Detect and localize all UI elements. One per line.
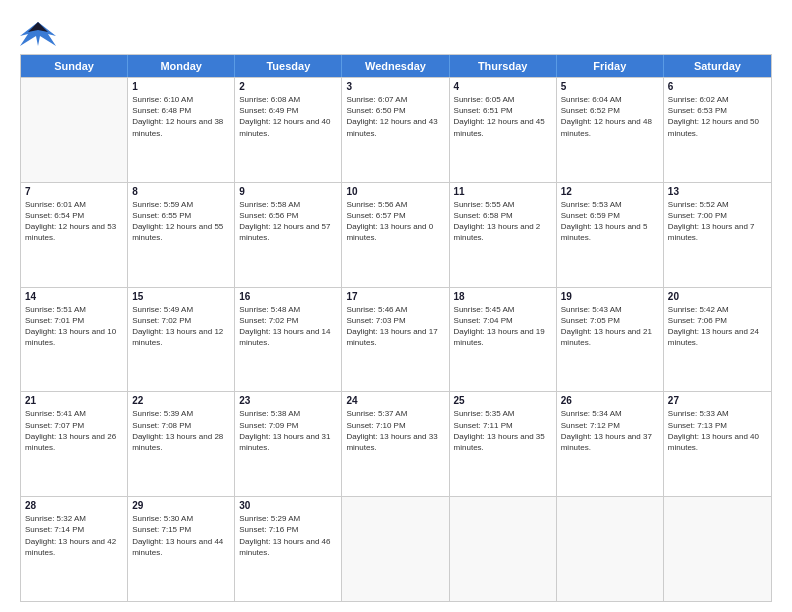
cal-cell-0-0 xyxy=(21,78,128,182)
cal-cell-0-4: 4Sunrise: 6:05 AMSunset: 6:51 PMDaylight… xyxy=(450,78,557,182)
day-number: 9 xyxy=(239,186,337,197)
week-row-1: 1Sunrise: 6:10 AMSunset: 6:48 PMDaylight… xyxy=(21,77,771,182)
cal-cell-4-4 xyxy=(450,497,557,601)
day-number: 23 xyxy=(239,395,337,406)
day-number: 6 xyxy=(668,81,767,92)
cal-cell-3-1: 22Sunrise: 5:39 AMSunset: 7:08 PMDayligh… xyxy=(128,392,235,496)
day-number: 13 xyxy=(668,186,767,197)
day-number: 4 xyxy=(454,81,552,92)
calendar: Sunday Monday Tuesday Wednesday Thursday… xyxy=(20,54,772,602)
day-number: 19 xyxy=(561,291,659,302)
sun-info: Sunrise: 5:33 AMSunset: 7:13 PMDaylight:… xyxy=(668,408,767,453)
header-friday: Friday xyxy=(557,55,664,77)
day-number: 22 xyxy=(132,395,230,406)
header xyxy=(20,18,772,46)
day-number: 12 xyxy=(561,186,659,197)
header-thursday: Thursday xyxy=(450,55,557,77)
day-number: 5 xyxy=(561,81,659,92)
day-number: 15 xyxy=(132,291,230,302)
day-number: 20 xyxy=(668,291,767,302)
cal-cell-2-5: 19Sunrise: 5:43 AMSunset: 7:05 PMDayligh… xyxy=(557,288,664,392)
day-number: 1 xyxy=(132,81,230,92)
sun-info: Sunrise: 5:49 AMSunset: 7:02 PMDaylight:… xyxy=(132,304,230,349)
sun-info: Sunrise: 5:41 AMSunset: 7:07 PMDaylight:… xyxy=(25,408,123,453)
header-sunday: Sunday xyxy=(21,55,128,77)
sun-info: Sunrise: 5:51 AMSunset: 7:01 PMDaylight:… xyxy=(25,304,123,349)
sun-info: Sunrise: 6:04 AMSunset: 6:52 PMDaylight:… xyxy=(561,94,659,139)
week-row-2: 7Sunrise: 6:01 AMSunset: 6:54 PMDaylight… xyxy=(21,182,771,287)
cal-cell-2-4: 18Sunrise: 5:45 AMSunset: 7:04 PMDayligh… xyxy=(450,288,557,392)
cal-cell-3-5: 26Sunrise: 5:34 AMSunset: 7:12 PMDayligh… xyxy=(557,392,664,496)
calendar-header: Sunday Monday Tuesday Wednesday Thursday… xyxy=(21,55,771,77)
sun-info: Sunrise: 6:05 AMSunset: 6:51 PMDaylight:… xyxy=(454,94,552,139)
cal-cell-4-0: 28Sunrise: 5:32 AMSunset: 7:14 PMDayligh… xyxy=(21,497,128,601)
sun-info: Sunrise: 5:42 AMSunset: 7:06 PMDaylight:… xyxy=(668,304,767,349)
sun-info: Sunrise: 6:02 AMSunset: 6:53 PMDaylight:… xyxy=(668,94,767,139)
sun-info: Sunrise: 6:10 AMSunset: 6:48 PMDaylight:… xyxy=(132,94,230,139)
cal-cell-1-6: 13Sunrise: 5:52 AMSunset: 7:00 PMDayligh… xyxy=(664,183,771,287)
cal-cell-2-3: 17Sunrise: 5:46 AMSunset: 7:03 PMDayligh… xyxy=(342,288,449,392)
sun-info: Sunrise: 5:46 AMSunset: 7:03 PMDaylight:… xyxy=(346,304,444,349)
cal-cell-2-1: 15Sunrise: 5:49 AMSunset: 7:02 PMDayligh… xyxy=(128,288,235,392)
day-number: 28 xyxy=(25,500,123,511)
week-row-3: 14Sunrise: 5:51 AMSunset: 7:01 PMDayligh… xyxy=(21,287,771,392)
day-number: 27 xyxy=(668,395,767,406)
sun-info: Sunrise: 5:38 AMSunset: 7:09 PMDaylight:… xyxy=(239,408,337,453)
cal-cell-4-1: 29Sunrise: 5:30 AMSunset: 7:15 PMDayligh… xyxy=(128,497,235,601)
sun-info: Sunrise: 5:37 AMSunset: 7:10 PMDaylight:… xyxy=(346,408,444,453)
day-number: 16 xyxy=(239,291,337,302)
calendar-body: 1Sunrise: 6:10 AMSunset: 6:48 PMDaylight… xyxy=(21,77,771,601)
sun-info: Sunrise: 5:39 AMSunset: 7:08 PMDaylight:… xyxy=(132,408,230,453)
sun-info: Sunrise: 5:35 AMSunset: 7:11 PMDaylight:… xyxy=(454,408,552,453)
week-row-5: 28Sunrise: 5:32 AMSunset: 7:14 PMDayligh… xyxy=(21,496,771,601)
sun-info: Sunrise: 5:59 AMSunset: 6:55 PMDaylight:… xyxy=(132,199,230,244)
sun-info: Sunrise: 5:53 AMSunset: 6:59 PMDaylight:… xyxy=(561,199,659,244)
sun-info: Sunrise: 5:43 AMSunset: 7:05 PMDaylight:… xyxy=(561,304,659,349)
day-number: 10 xyxy=(346,186,444,197)
cal-cell-4-6 xyxy=(664,497,771,601)
day-number: 3 xyxy=(346,81,444,92)
sun-info: Sunrise: 5:58 AMSunset: 6:56 PMDaylight:… xyxy=(239,199,337,244)
cal-cell-3-3: 24Sunrise: 5:37 AMSunset: 7:10 PMDayligh… xyxy=(342,392,449,496)
cal-cell-1-2: 9Sunrise: 5:58 AMSunset: 6:56 PMDaylight… xyxy=(235,183,342,287)
day-number: 25 xyxy=(454,395,552,406)
cal-cell-3-4: 25Sunrise: 5:35 AMSunset: 7:11 PMDayligh… xyxy=(450,392,557,496)
day-number: 17 xyxy=(346,291,444,302)
sun-info: Sunrise: 5:34 AMSunset: 7:12 PMDaylight:… xyxy=(561,408,659,453)
header-tuesday: Tuesday xyxy=(235,55,342,77)
sun-info: Sunrise: 5:55 AMSunset: 6:58 PMDaylight:… xyxy=(454,199,552,244)
sun-info: Sunrise: 6:01 AMSunset: 6:54 PMDaylight:… xyxy=(25,199,123,244)
day-number: 8 xyxy=(132,186,230,197)
week-row-4: 21Sunrise: 5:41 AMSunset: 7:07 PMDayligh… xyxy=(21,391,771,496)
sun-info: Sunrise: 5:48 AMSunset: 7:02 PMDaylight:… xyxy=(239,304,337,349)
cal-cell-4-2: 30Sunrise: 5:29 AMSunset: 7:16 PMDayligh… xyxy=(235,497,342,601)
logo xyxy=(20,18,60,46)
cal-cell-3-0: 21Sunrise: 5:41 AMSunset: 7:07 PMDayligh… xyxy=(21,392,128,496)
header-wednesday: Wednesday xyxy=(342,55,449,77)
sun-info: Sunrise: 5:30 AMSunset: 7:15 PMDaylight:… xyxy=(132,513,230,558)
cal-cell-0-1: 1Sunrise: 6:10 AMSunset: 6:48 PMDaylight… xyxy=(128,78,235,182)
day-number: 26 xyxy=(561,395,659,406)
day-number: 14 xyxy=(25,291,123,302)
sun-info: Sunrise: 6:07 AMSunset: 6:50 PMDaylight:… xyxy=(346,94,444,139)
day-number: 11 xyxy=(454,186,552,197)
cal-cell-1-5: 12Sunrise: 5:53 AMSunset: 6:59 PMDayligh… xyxy=(557,183,664,287)
day-number: 30 xyxy=(239,500,337,511)
cal-cell-3-2: 23Sunrise: 5:38 AMSunset: 7:09 PMDayligh… xyxy=(235,392,342,496)
cal-cell-0-2: 2Sunrise: 6:08 AMSunset: 6:49 PMDaylight… xyxy=(235,78,342,182)
day-number: 24 xyxy=(346,395,444,406)
sun-info: Sunrise: 5:32 AMSunset: 7:14 PMDaylight:… xyxy=(25,513,123,558)
cal-cell-2-2: 16Sunrise: 5:48 AMSunset: 7:02 PMDayligh… xyxy=(235,288,342,392)
header-monday: Monday xyxy=(128,55,235,77)
logo-icon xyxy=(20,18,56,46)
cal-cell-4-3 xyxy=(342,497,449,601)
cal-cell-2-0: 14Sunrise: 5:51 AMSunset: 7:01 PMDayligh… xyxy=(21,288,128,392)
sun-info: Sunrise: 6:08 AMSunset: 6:49 PMDaylight:… xyxy=(239,94,337,139)
cal-cell-0-6: 6Sunrise: 6:02 AMSunset: 6:53 PMDaylight… xyxy=(664,78,771,182)
day-number: 21 xyxy=(25,395,123,406)
page: Sunday Monday Tuesday Wednesday Thursday… xyxy=(0,0,792,612)
cal-cell-1-4: 11Sunrise: 5:55 AMSunset: 6:58 PMDayligh… xyxy=(450,183,557,287)
sun-info: Sunrise: 5:52 AMSunset: 7:00 PMDaylight:… xyxy=(668,199,767,244)
day-number: 7 xyxy=(25,186,123,197)
sun-info: Sunrise: 5:45 AMSunset: 7:04 PMDaylight:… xyxy=(454,304,552,349)
